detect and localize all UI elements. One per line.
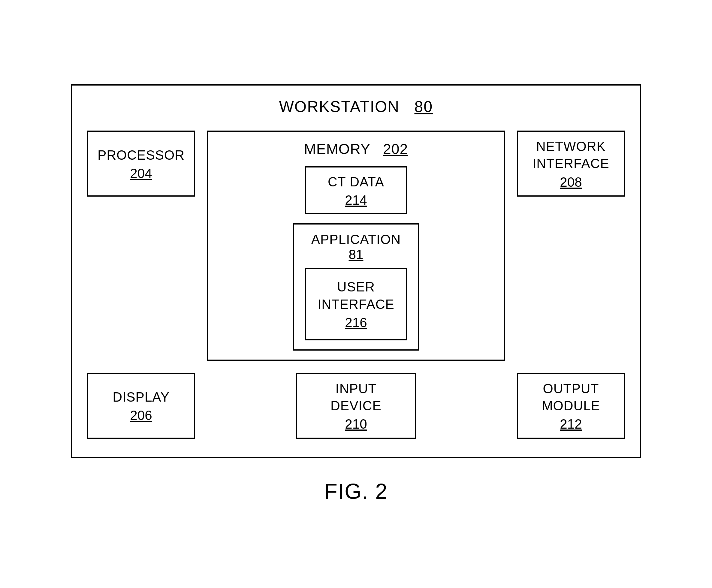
network-interface-label: NETWORK INTERFACE	[532, 138, 609, 172]
om-label2: MODULE	[542, 398, 600, 413]
display-label: DISPLAY	[112, 388, 170, 405]
processor-number: 204	[130, 166, 152, 181]
memory-label-text: MEMORY	[304, 141, 370, 157]
ni-label2: INTERFACE	[532, 156, 609, 171]
workstation-number: 80	[414, 98, 433, 115]
workstation-title: WORKSTATION 80	[87, 98, 625, 115]
display-box: DISPLAY 206	[87, 373, 195, 439]
ui-number: 216	[345, 315, 367, 330]
ct-data-number: 214	[345, 193, 367, 208]
ni-number: 208	[560, 175, 582, 190]
om-number: 212	[560, 417, 582, 432]
ct-data-label: CT DATA	[328, 173, 384, 190]
diagram-container: WORKSTATION 80 PROCESSOR 204 MEMORY 202	[0, 84, 712, 503]
network-interface-box: NETWORK INTERFACE 208	[517, 130, 625, 196]
memory-outer-box: MEMORY 202 CT DATA 214 APPLICATION 81	[207, 130, 505, 360]
figure-label: FIG. 2	[324, 479, 388, 504]
om-label1: OUTPUT	[543, 381, 599, 396]
input-device-box: INPUT DEVICE 210	[296, 373, 416, 439]
ct-data-box: CT DATA 214	[305, 166, 407, 214]
processor-label: PROCESSOR	[98, 146, 185, 164]
input-device-label: INPUT DEVICE	[331, 380, 381, 414]
user-interface-label: USER INTERFACE	[318, 278, 394, 312]
top-row: PROCESSOR 204 MEMORY 202 CT DATA 214	[87, 130, 625, 360]
memory-title-row: MEMORY 202	[217, 141, 495, 157]
bottom-row: DISPLAY 206 INPUT DEVICE 210 OUTPUT MODU…	[87, 373, 625, 439]
ni-label1: NETWORK	[536, 139, 606, 154]
ui-label2: INTERFACE	[318, 297, 394, 312]
id-label2: DEVICE	[331, 398, 381, 413]
id-number: 210	[345, 417, 367, 432]
memory-number: 202	[383, 141, 408, 157]
application-title-row: APPLICATION 81	[311, 232, 401, 262]
ui-label1: USER	[337, 279, 375, 294]
application-label: APPLICATION	[311, 232, 401, 247]
output-module-box: OUTPUT MODULE 212	[517, 373, 625, 439]
id-label1: INPUT	[335, 381, 376, 396]
user-interface-box: USER INTERFACE 216	[305, 268, 407, 340]
workstation-label: WORKSTATION	[279, 98, 399, 115]
memory-label: MEMORY 202	[304, 141, 408, 157]
processor-box: PROCESSOR 204	[87, 130, 195, 196]
display-number: 206	[130, 408, 152, 423]
application-number: 81	[349, 247, 363, 262]
application-outer-box: APPLICATION 81 USER INTERFACE 216	[293, 223, 419, 350]
output-module-label: OUTPUT MODULE	[542, 380, 600, 414]
workstation-box: WORKSTATION 80 PROCESSOR 204 MEMORY 202	[71, 84, 641, 458]
